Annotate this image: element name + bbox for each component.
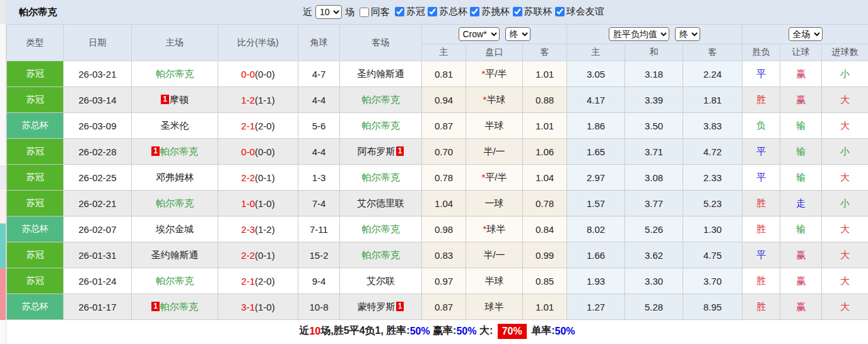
- away-team-name[interactable]: 帕尔蒂克: [362, 249, 400, 260]
- home-team-name[interactable]: 帕尔蒂克: [156, 275, 194, 286]
- home-rank-badge: 1: [151, 146, 160, 156]
- avg-type-select[interactable]: 胜平负均值: [609, 27, 669, 41]
- match-count-select[interactable]: 10: [315, 5, 342, 19]
- home-rank-badge: 1: [161, 95, 169, 104]
- home-team-cell: 1摩顿: [132, 87, 218, 113]
- result-wdl-cell: 平: [742, 242, 780, 268]
- away-team-name[interactable]: 帕尔蒂克: [362, 172, 400, 182]
- away-team-name[interactable]: 蒙特罗斯: [358, 301, 396, 312]
- result-goals-cell: 大: [822, 165, 868, 191]
- result-wdl-cell: 胜: [742, 191, 780, 216]
- league-checkbox[interactable]: [513, 7, 522, 16]
- fulltime-score: 1-0: [241, 198, 255, 209]
- stats-footer: 近10场,胜5平4负1, 胜率:50% 赢率:50% 大: 70% 单率:50%: [6, 320, 868, 342]
- league-checkbox[interactable]: [470, 7, 479, 16]
- odds-home-cell: 0.78: [422, 165, 466, 191]
- avg-away-cell: 2.24: [683, 61, 742, 87]
- avg-away-cell: 3.70: [683, 268, 742, 294]
- home-team-name[interactable]: 埃尔金城: [156, 223, 194, 234]
- odds-away-cell: 0.88: [523, 87, 567, 113]
- home-team-cell: 圣米伦: [132, 113, 218, 139]
- avg-draw-cell: 3.62: [625, 242, 683, 268]
- odds-away-cell: 0.99: [523, 242, 567, 268]
- handicap-line-cell: 半/一: [466, 139, 523, 165]
- league-type-badge: 苏总杯: [7, 294, 64, 320]
- avg-stage-select[interactable]: 终: [675, 27, 700, 41]
- odds-home-cell: 0.97: [422, 268, 466, 294]
- halftime-score: (0-0): [255, 69, 275, 80]
- result-wdl-cell: 平: [742, 61, 780, 87]
- league-type-badge: 苏总杯: [7, 216, 64, 242]
- match-date: 26-02-21: [64, 191, 132, 216]
- away-team-name[interactable]: 阿布罗斯: [358, 146, 396, 157]
- league-filter-label: 球会友谊: [566, 6, 604, 18]
- home-team-name[interactable]: 帕尔蒂克: [156, 68, 194, 79]
- match-date: 26-01-31: [64, 242, 132, 268]
- league-filter[interactable]: 苏总杯: [428, 6, 467, 18]
- avg-draw-cell: 3.08: [625, 165, 683, 191]
- league-type-badge: 苏冠: [7, 191, 64, 216]
- score-cell: 2-2(0-1): [218, 165, 298, 191]
- same-opponent-filter[interactable]: 同客: [360, 6, 390, 18]
- score-cell: 2-1(2-0): [218, 268, 298, 294]
- avg-away-cell: 3.83: [683, 113, 742, 139]
- avg-home-cell: 1.93: [567, 268, 625, 294]
- odds-company-select[interactable]: Crow*: [459, 27, 500, 41]
- table-body: 苏冠 26-03-21 帕尔蒂克 0-0(0-0) 4-7 圣约翰斯通 0.81…: [7, 61, 868, 320]
- match-date: 26-01-24: [64, 268, 132, 294]
- league-filter[interactable]: 苏挑杯: [470, 6, 510, 18]
- league-checkbox[interactable]: [555, 7, 565, 16]
- home-team-name[interactable]: 圣米伦: [161, 120, 189, 131]
- league-type-badge: 苏冠: [7, 242, 64, 268]
- away-team-name[interactable]: 帕尔蒂克: [362, 120, 400, 131]
- halftime-score: (1-1): [255, 95, 275, 105]
- handicap-line: 半球: [485, 275, 504, 286]
- table-row: 苏冠 26-01-24 帕尔蒂克 2-1(2-0) 9-4 艾尔联 0.97 半…: [7, 268, 868, 294]
- fulltime-score: 2-1: [241, 276, 255, 287]
- odds-stage-select[interactable]: 终: [505, 27, 531, 41]
- col-header-type: 类型: [7, 25, 64, 61]
- result-goals-cell: 大: [822, 242, 868, 268]
- same-opponent-checkbox[interactable]: [360, 8, 369, 17]
- match-date: 26-02-07: [64, 216, 132, 242]
- home-team-name[interactable]: 帕尔蒂克: [160, 301, 198, 312]
- result-wdl-cell: 胜: [742, 216, 780, 242]
- result-wdl-cell: 负: [742, 113, 780, 139]
- scope-select[interactable]: 全场: [789, 27, 823, 41]
- home-team-name[interactable]: 圣约翰斯通: [151, 249, 199, 260]
- home-team-name[interactable]: 帕尔蒂克: [160, 146, 198, 157]
- result-handicap-cell: 走: [780, 191, 822, 216]
- away-team-name[interactable]: 艾尔德里联: [357, 198, 404, 208]
- away-team-name[interactable]: 圣约翰斯通: [357, 68, 404, 79]
- away-team-name[interactable]: 艾尔联: [367, 275, 395, 286]
- result-handicap-cell: 输: [780, 113, 822, 139]
- result-handicap-cell: 赢: [780, 294, 822, 320]
- match-date: 26-03-09: [64, 113, 132, 139]
- avg-draw-cell: 3.18: [625, 61, 683, 87]
- footer-segment: 10: [309, 326, 320, 337]
- league-checkbox[interactable]: [428, 7, 437, 16]
- away-team-name[interactable]: 帕尔蒂克: [362, 94, 400, 105]
- league-type-badge: 苏冠: [7, 61, 64, 87]
- result-wdl-cell: 平: [742, 165, 780, 191]
- table-row: 苏总杯 26-02-07 埃尔金城 2-3(1-2) 7-11 帕尔蒂克 0.9…: [7, 216, 868, 242]
- result-handicap-cell: 赢: [780, 268, 822, 294]
- home-team-name[interactable]: 帕尔蒂克: [156, 198, 194, 208]
- result-handicap-cell: 赢: [780, 87, 822, 113]
- league-checkbox[interactable]: [395, 7, 404, 16]
- league-filter[interactable]: 苏冠: [395, 6, 425, 18]
- home-team-name[interactable]: 邓弗姆林: [156, 172, 194, 182]
- home-team-name[interactable]: 摩顿: [170, 94, 189, 105]
- table-header: 类型 日期 主场 比分(半场) 角球 客场 Crow* 终 胜平负均值: [7, 25, 868, 61]
- away-team-cell: 艾尔德里联: [340, 191, 422, 216]
- avg-away-cell: 5.23: [683, 191, 742, 216]
- corners-cell: 4-4: [298, 87, 340, 113]
- near-label: 近: [303, 6, 312, 18]
- league-filter[interactable]: 球会友谊: [555, 6, 604, 18]
- handicap-line: 平/半: [485, 68, 507, 79]
- league-filter[interactable]: 苏联杯: [513, 6, 553, 18]
- away-team-name[interactable]: 帕尔蒂克: [362, 223, 400, 234]
- league-filter-label: 苏挑杯: [481, 6, 510, 18]
- league-type-badge: 苏总杯: [7, 113, 64, 139]
- away-rank-badge: 1: [396, 302, 404, 311]
